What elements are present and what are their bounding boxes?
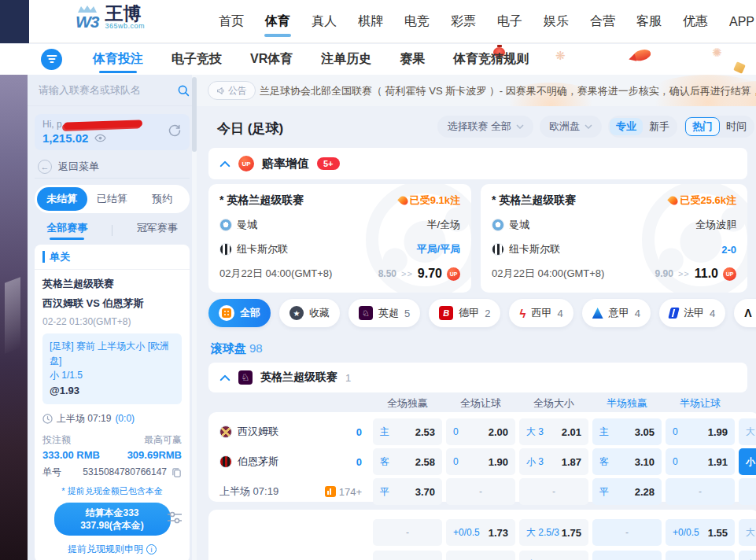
brand-name: 王博: [105, 4, 146, 23]
chevron-up-icon[interactable]: [219, 160, 230, 168]
nav-esports[interactable]: 电竞: [404, 13, 430, 30]
divider: [112, 225, 112, 236]
odds-cell[interactable]: 大: [739, 418, 756, 445]
odds-cell[interactable]: 01.99: [666, 418, 735, 445]
tab-rules[interactable]: 体育竞猜规则: [453, 51, 529, 68]
nav-lottery[interactable]: 彩票: [451, 13, 476, 30]
league-select-dropdown[interactable]: 选择联赛 全部: [437, 116, 533, 138]
league-pill-seriea[interactable]: 意甲 4: [582, 299, 651, 327]
match-time: 02月22日 04:00(GMT+8): [219, 267, 332, 281]
boost-card[interactable]: * 英格兰超级联赛 已受25.6k注 曼城 全场波胆 纽卡斯尔联 2-0 02月…: [481, 184, 747, 293]
odds-cell[interactable]: 大 2.5/31.75: [519, 519, 588, 546]
tab-esports[interactable]: 电子竞技: [171, 51, 222, 68]
league-pill-ligue1[interactable]: 法甲 4: [659, 299, 725, 327]
odds-arrow: >>: [401, 269, 413, 278]
sort-hot[interactable]: 热门: [685, 117, 720, 136]
eye-icon[interactable]: [94, 134, 106, 142]
copy-icon[interactable]: [171, 467, 182, 477]
in-play-link[interactable]: 滚球盘98: [211, 341, 263, 356]
bet-ticket-card: 单关 英格兰超级联赛 西汉姆联 VS 伯恩茅斯 02-22 01:30(GMT+…: [35, 245, 190, 560]
nav-entertainment[interactable]: 娱乐: [544, 13, 569, 30]
in-play-count: 98: [249, 341, 263, 355]
tab-all-events[interactable]: 全部赛事: [46, 221, 87, 240]
laliga-icon: ϟ: [519, 307, 526, 320]
league-pill-laliga[interactable]: ϟ 西甲 4: [509, 299, 573, 327]
odds-cell[interactable]: 平2.28: [592, 478, 662, 505]
odds-cell[interactable]: 小: [739, 551, 756, 560]
odds-cell[interactable]: 01.90: [446, 448, 515, 475]
nav-live-casino[interactable]: 真人: [312, 13, 337, 30]
odds-cell[interactable]: 客2.58: [373, 448, 442, 475]
odds-cell-empty: -: [446, 478, 515, 505]
league-pill-epl[interactable]: ♘ 英超 5: [348, 299, 420, 327]
league-pill-favorites[interactable]: ★ 收藏: [279, 299, 340, 327]
odds-cell-selected[interactable]: 小: [739, 448, 756, 475]
league-pill-bundesliga[interactable]: B 德甲 2: [429, 299, 500, 327]
odds-cell[interactable]: 小 2.5/32.14: [519, 551, 588, 560]
site-logo[interactable]: W3 王博 365wb.com: [76, 4, 145, 31]
announcement-text[interactable]: 兰足球协会北部全国联赛（ 荷利霍特 VS 斯卡波罗 ）- 因赛果不明确，赛果将进…: [260, 84, 756, 98]
odds-cell[interactable]: +0/0.51.73: [446, 519, 515, 546]
tab-settled[interactable]: 已结算: [87, 187, 138, 211]
ticket-league: 英格兰超级联赛: [42, 277, 182, 291]
odds-cell[interactable]: 大 32.01: [519, 418, 588, 445]
user-balance-card: Hi, p 1,215.02: [35, 114, 190, 150]
nav-chess[interactable]: 棋牌: [358, 13, 383, 30]
nav-home[interactable]: 首页: [219, 13, 244, 30]
league-match-count: 1: [345, 372, 351, 384]
league-pill-all[interactable]: 全部: [208, 299, 271, 327]
live-score: (0:0): [115, 413, 135, 424]
tab-reserved[interactable]: 预约: [137, 187, 187, 211]
odds-cell[interactable]: 主2.53: [373, 418, 442, 445]
cashout-button[interactable]: 结算本金333 337.98(含本金): [54, 503, 171, 536]
tab-bet-history[interactable]: 注单历史: [321, 51, 371, 68]
odds-cell[interactable]: 平3.70: [373, 478, 442, 505]
old-odds: 9.90: [655, 268, 673, 279]
sort-time[interactable]: 时间: [720, 118, 753, 135]
back-to-menu[interactable]: ← 返回菜单: [35, 155, 190, 179]
up-badge-icon: UP: [723, 267, 736, 281]
cashout-settings-icon[interactable]: [166, 509, 183, 526]
new-odds: 11.0: [695, 267, 718, 281]
premier-league-icon: ♘: [359, 306, 373, 320]
chevron-up-icon[interactable]: [219, 374, 230, 381]
match-period-clock: 上半场 07:19: [219, 484, 278, 499]
odds-cell[interactable]: 小 31.87: [519, 448, 588, 475]
odds-cell[interactable]: -0/0.52.53: [666, 551, 735, 560]
sidebar-scrollbar-thumb[interactable]: [192, 77, 197, 152]
nav-slots[interactable]: 电子: [497, 13, 522, 30]
mode-pro[interactable]: 专业: [610, 118, 643, 135]
firework-decoration: ✺: [712, 46, 722, 60]
mode-novice[interactable]: 新手: [643, 118, 676, 135]
nav-promos[interactable]: 优惠: [683, 13, 708, 30]
tab-sports-betting[interactable]: 体育投注: [93, 51, 143, 68]
filter-menu-button[interactable]: [41, 49, 62, 70]
nav-affiliate[interactable]: 合营: [590, 13, 615, 30]
odds-cell[interactable]: -0/0.52.20: [446, 551, 515, 560]
cashout-rules-link[interactable]: 提前兑现规则申明 i: [42, 543, 182, 556]
nav-support[interactable]: 客服: [636, 13, 662, 30]
odds-cell[interactable]: 01.91: [666, 448, 735, 475]
boost-selection: 平局/平局: [416, 242, 460, 256]
tab-champion-events[interactable]: 冠军赛事: [137, 221, 178, 240]
league-section-header[interactable]: ♘ 英格兰超级联赛 1: [208, 363, 747, 392]
odds-cell[interactable]: 客3.10: [592, 448, 662, 475]
tab-vr-sports[interactable]: VR体育: [250, 51, 293, 68]
odds-format-dropdown[interactable]: 欧洲盘: [540, 116, 602, 138]
nav-sports[interactable]: 体育: [265, 13, 290, 30]
tab-unsettled[interactable]: 未结算: [37, 187, 87, 211]
boost-card[interactable]: * 英格兰超级联赛 已受9.1k注 曼城 半/全场 纽卡斯尔联 平局/平局 02…: [208, 184, 471, 293]
tab-results[interactable]: 赛果: [400, 51, 425, 68]
away-team-name: 伯恩茅斯: [238, 455, 278, 469]
odds-cell[interactable]: 大: [739, 519, 756, 546]
odds-cell[interactable]: 02.00: [446, 418, 515, 445]
odds-cell[interactable]: 主3.05: [592, 418, 662, 445]
col-half-win: 半场独赢: [592, 396, 662, 411]
nav-app[interactable]: APP: [729, 15, 754, 29]
odds-cell[interactable]: +0/0.51.55: [666, 519, 735, 546]
refresh-icon[interactable]: [168, 123, 182, 138]
koi-fish-decoration: [628, 47, 654, 66]
search-input[interactable]: [39, 84, 177, 96]
search-icon[interactable]: [177, 84, 190, 97]
league-pill-aleague[interactable]: Λ 澳甲 2: [734, 299, 756, 327]
